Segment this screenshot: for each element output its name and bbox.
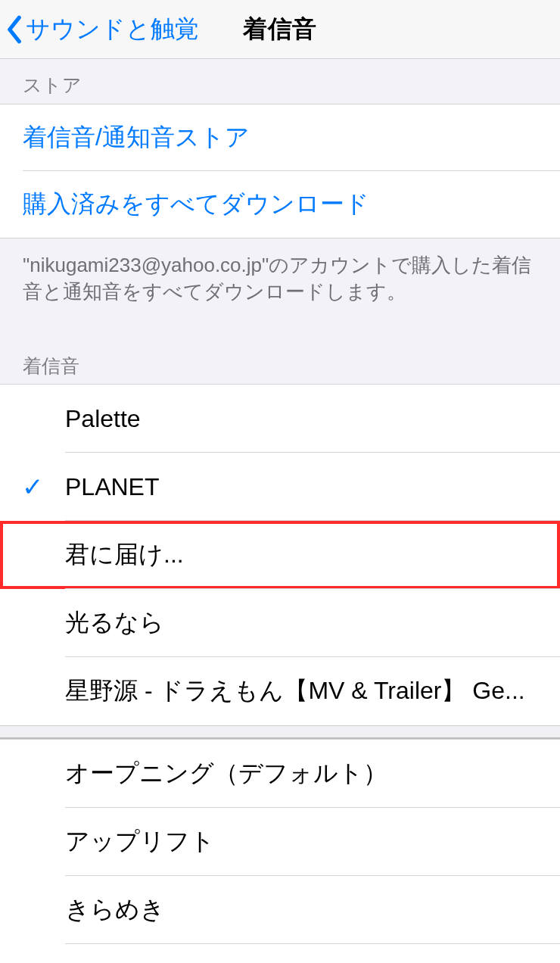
section-header-store: ストア [0,59,560,104]
nav-bar: サウンドと触覚 着信音 [0,0,560,59]
ringtone-label: Palette [65,405,560,433]
ringtone-row[interactable]: 星野源 - ドラえもん【MV & Trailer】 Ge... [0,657,560,725]
ringtone-label: きらめき [65,893,560,927]
ringtone-row[interactable]: きらめき [0,876,560,944]
section-gap [0,725,560,739]
ringtone-label: 星野源 - ドラえもん【MV & Trailer】 Ge... [65,675,560,708]
row-label: 購入済みをすべてダウンロード [23,188,542,221]
ringtone-row[interactable]: 光るなら [0,589,560,657]
ringtone-row[interactable]: オープニング（デフォルト） [0,740,560,808]
ringtone-label: 君に届け... [65,538,560,572]
ringtone-row[interactable]: ✓ PLANET [0,453,560,521]
back-button[interactable]: サウンドと触覚 [5,13,199,46]
ringtone-group-custom: Palette ✓ PLANET 君に届け... 光るなら 星野源 - ドラえも… [0,384,560,725]
ringtone-row[interactable]: Palette [0,385,560,453]
row-label: 着信音/通知音ストア [23,121,542,154]
ringtone-row[interactable]: サーキット [0,944,560,963]
store-footer-note: "nikugami233@yahoo.co.jp"のアカウントで購入した着信音と… [0,238,560,311]
ringtone-label: 光るなら [65,606,560,640]
checkmark-icon: ✓ [0,472,65,502]
store-link-tone-store[interactable]: 着信音/通知音ストア [0,104,560,171]
ringtone-label: アップリフト [65,825,560,859]
store-link-download-all[interactable]: 購入済みをすべてダウンロード [0,171,560,238]
page-title: 着信音 [243,13,317,46]
ringtone-label: オープニング（デフォルト） [65,757,560,790]
section-header-ringtones: 着信音 [0,311,560,385]
store-group: 着信音/通知音ストア 購入済みをすべてダウンロード [0,104,560,238]
ringtone-row[interactable]: アップリフト [0,808,560,876]
back-label: サウンドと触覚 [26,13,199,46]
ringtone-group-builtin: オープニング（デフォルト） アップリフト きらめき サーキット [0,739,560,963]
ringtone-row[interactable]: 君に届け... [0,521,560,589]
ringtone-label: PLANET [65,473,560,501]
chevron-left-icon [5,15,24,44]
